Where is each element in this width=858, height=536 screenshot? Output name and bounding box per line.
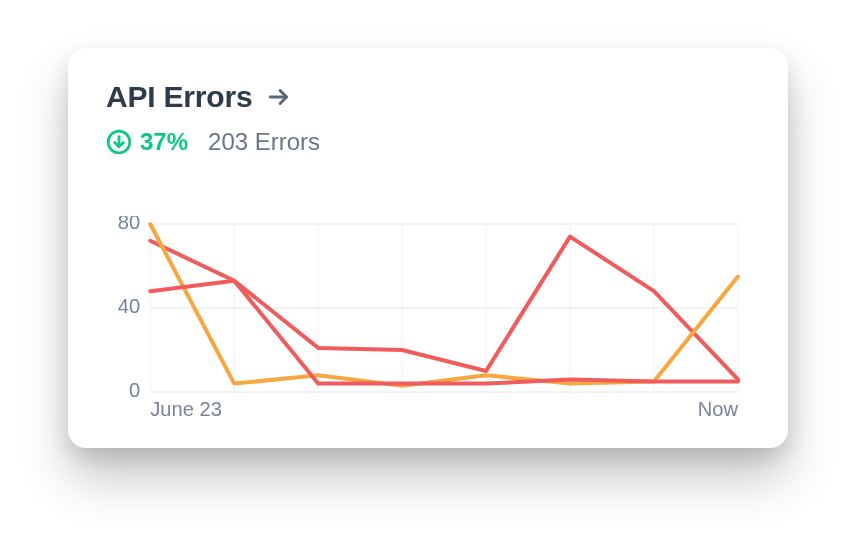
arrow-down-circle-icon [106,129,132,155]
card-title: API Errors [106,80,252,114]
api-errors-card: API Errors 37% 203 Errors [68,48,788,448]
svg-text:40: 40 [118,295,140,317]
svg-text:Now: Now [698,398,739,420]
error-count: 203 Errors [208,128,320,156]
line-chart-svg: 04080June 23Now [106,216,750,428]
stats-row: 37% 203 Errors [106,128,750,156]
trend-percent: 37% [140,128,188,156]
trend-indicator: 37% [106,128,188,156]
card-header[interactable]: API Errors [106,80,750,114]
arrow-right-icon [266,84,292,110]
errors-chart: 04080June 23Now [106,216,750,428]
svg-text:0: 0 [129,379,140,401]
svg-text:June 23: June 23 [150,398,222,420]
svg-text:80: 80 [118,216,140,233]
